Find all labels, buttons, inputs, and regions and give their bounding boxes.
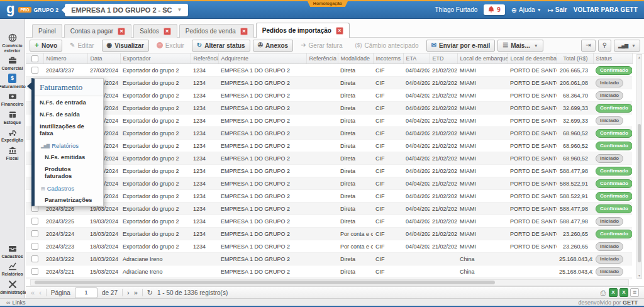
excluir-button[interactable]: −Excluir [152,40,189,52]
export-excel-icon[interactable]: X [619,288,628,297]
tab-pedidos-de-importacao[interactable]: Pedidos de importação✕ [256,23,350,38]
first-page-button[interactable]: « [31,289,35,296]
table-row[interactable]: 2024/3/23627/03/2024Exportador do grupo … [26,77,632,89]
novo-button[interactable]: +Novo [30,40,62,52]
cell-local-de-embarque: MIAMI [457,152,508,165]
column-header-adquirente[interactable]: Adquirente [218,53,306,64]
editar-button[interactable]: ✎Editar [65,40,99,52]
sidebar-item-administracao[interactable]: Administração [0,279,25,295]
search-icon[interactable]: ⚲ [598,40,611,52]
column-header-local-de-embarque[interactable]: Local de embarque [457,53,508,64]
logout-button[interactable]: ↦ Sair [548,6,567,13]
flyout-item-inutilizacoes-de-faixa[interactable]: Inutilizações de faixa [35,120,103,139]
row-checkbox[interactable] [31,268,38,275]
row-checkbox[interactable] [31,67,38,74]
print-icon[interactable]: ⎙ [599,289,607,296]
company-selector[interactable]: EMPRESA 1 DO GRUPO 2 - SC ▼ [65,4,188,16]
column-header-incoterms[interactable]: Incoterms [373,53,403,64]
close-icon[interactable]: ✕ [164,28,171,35]
prev-page-button[interactable]: ‹ [39,289,42,296]
export-excel-icon[interactable]: X [609,288,618,297]
page-input[interactable] [75,287,97,298]
column-header-modalidade[interactable]: Modalidade [338,53,373,64]
flyout-item-n-fs-de-entrada[interactable]: N.Fs. de entrada [35,96,103,108]
row-checkbox[interactable] [31,218,38,225]
table-row[interactable]: 22/03/2024Exportador do grupo 21234EMPRE… [26,152,632,165]
column-header-eta[interactable]: ETA [403,53,430,64]
sidebar-item-financeiro[interactable]: Financeiro [0,91,25,107]
sidebar-item-relatorios[interactable]: Relatórios [0,261,25,277]
scroll-down-icon[interactable]: ▼ [637,274,641,277]
visualizar-button[interactable]: ◉Visualizar [102,40,149,52]
tab-painel[interactable]: Painel [32,24,62,38]
sidebar-item-comercio-exterior[interactable]: Comércio exterior [0,33,25,53]
column-header-data[interactable]: Data [87,53,120,64]
alterar-status-button[interactable]: ↻Alterar status [192,40,250,52]
vertical-scrollbar[interactable]: ▲ ▼ [636,54,642,279]
flyout-item-n-fs-emitidas[interactable]: N.Fs. emitidas [35,151,103,163]
enviar-por-e-mail-button[interactable]: ✉Enviar por e-mail [426,40,496,52]
back-to-gett-link[interactable]: VOLTAR PARA GETT [574,6,638,13]
next-page-button[interactable]: › [127,289,130,296]
flyout-item-produtos-faturados[interactable]: Produtos faturados [35,163,103,182]
table-row[interactable]: 26/03/2024Exportador do grupo 21234EMPRE… [26,102,632,114]
cambio-antecipado-button[interactable]: ($)Câmbio antecipado [350,40,423,52]
table-row[interactable]: 2024/3/22218/03/2024Adraciane IrenoEMPRE… [26,253,632,265]
column-header-status[interactable]: Status [593,53,632,64]
flyout-item-parametrizacoes[interactable]: Parametrizações [35,194,103,206]
sidebar-item-estoque[interactable]: Estoque [0,109,25,125]
table-row[interactable]: 2024/3/22418/03/2024Exportador do grupo … [26,228,632,240]
tab-pedidos-de-venda[interactable]: Pedidos de venda✕ [179,24,254,38]
export-document-icon[interactable]: ≣ [630,288,639,297]
sidebar-item-comercial[interactable]: Comercial [0,55,25,71]
table-row[interactable]: 2024/3/22519/03/2024Exportador do grupo … [26,215,632,228]
horizontal-scrollbar[interactable] [30,279,629,286]
row-checkbox[interactable] [31,255,38,262]
column-header-numero[interactable]: Número [43,53,87,64]
table-row[interactable]: 22/03/2024Exportador do grupo 21234EMPRE… [26,127,632,140]
tab-contas-a-pagar[interactable]: Contas a pagar✕ [64,24,131,38]
sidebar-item-fiscal[interactable]: Fiscal [0,145,25,161]
sidebar-item-expedicao[interactable]: Expedição [0,127,25,143]
help-button[interactable]: ⊕ Ajuda ▼ [511,6,541,13]
horizontal-scrollbar-thumb[interactable] [35,281,495,284]
table-row[interactable]: 21/03/2024Exportador do grupo 21234EMPRE… [26,165,632,177]
table-row[interactable]: 26/03/2024Exportador do grupo 21234EMPRE… [26,89,632,102]
table-row[interactable]: 2024/3/22719/03/2024Exportador do grupo … [26,190,632,203]
column-header-referencia[interactable]: Referência [306,53,338,64]
close-icon[interactable]: ✕ [336,27,343,35]
close-icon[interactable]: ✕ [118,28,125,35]
table-row[interactable]: 2024/3/22115/03/2024Adraciane IrenoEMPRE… [26,265,632,278]
table-row[interactable]: 22/03/2024Exportador do grupo 21234EMPRE… [26,140,632,152]
column-header-total-r[interactable]: Total (R$) [557,53,593,64]
close-icon[interactable]: ✕ [240,28,248,35]
chart-menu-icon[interactable]: ▂▄▆▼ [614,40,640,52]
sidebar-item-cadastros[interactable]: Cadastros [0,243,25,259]
vertical-scrollbar-thumb[interactable] [638,124,641,262]
column-header-referencia[interactable]: Referência [191,53,218,64]
links-label[interactable]: Links [12,299,25,306]
anexos-button[interactable]: ✇Anexos [253,40,294,52]
sidebar-item-faturamento[interactable]: $Faturamento [0,74,25,89]
column-header-exportador[interactable]: Exportador [120,53,191,64]
tab-saldos[interactable]: Saldos✕ [133,24,177,38]
notifications-button[interactable]: 9 [484,4,505,15]
gerar-fatura-button[interactable]: ➔Gerar fatura [296,40,347,52]
table-row[interactable]: 26/03/2024Exportador do grupo 21234EMPRE… [26,114,632,127]
last-page-button[interactable]: » [134,289,138,296]
row-checkbox[interactable] [31,230,38,237]
column-header-local-de-desembarque[interactable]: Local de desembarque [508,53,557,64]
column-header-etd[interactable]: ETD [430,53,457,64]
panel-toggle-icon[interactable]: ⇥ [581,40,595,52]
flyout-item-n-fs-de-saida[interactable]: N.Fs. de saída [35,108,103,120]
refresh-icon[interactable]: ↻ [147,289,153,296]
table-row[interactable]: 2024/3/23727/03/2024Exportador do grupo … [26,64,632,77]
mais-button[interactable]: ☰Mais...▼ [497,40,543,52]
scroll-up-icon[interactable]: ▲ [637,55,641,59]
select-all-checkbox[interactable] [31,55,38,62]
table-row[interactable]: 2024/3/22619/03/2024Exportador do grupo … [26,203,632,215]
cell-modalidade: Direta [338,140,373,152]
row-checkbox[interactable] [31,243,38,250]
table-row[interactable]: 2024/3/22318/03/2024Exportador do grupo … [26,240,632,253]
table-row[interactable]: 2024/3/22820/03/2024Exportador do grupo … [26,177,632,190]
